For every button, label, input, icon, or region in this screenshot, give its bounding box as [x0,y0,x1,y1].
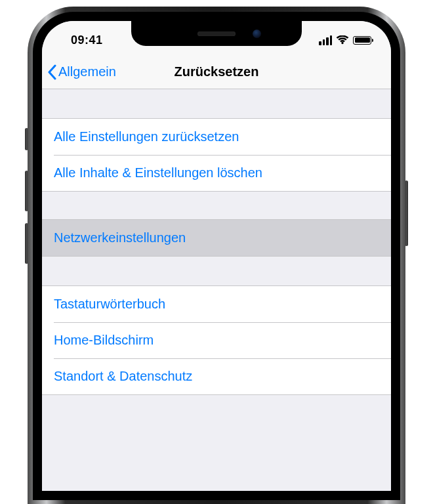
back-button[interactable]: Allgemein [47,64,116,80]
list-item-label: Home-Bildschirm [54,333,154,347]
status-time: 09:41 [60,30,103,47]
navbar: Allgemein Zurücksetzen [42,55,391,89]
device-frame: 09:41 [28,7,405,504]
reset-network-settings-row[interactable]: Netzwerkeinstellungen [42,220,391,256]
list-item-label: Netzwerkeinstellungen [54,230,186,245]
erase-all-content-row[interactable]: Alle Inhalte & Einstellungen löschen [42,155,391,191]
status-icons [319,32,373,45]
front-camera [253,30,261,38]
back-label: Allgemein [58,64,116,79]
list-group-3: Tastaturwörterbuch Home-Bildschirm Stand… [42,285,391,395]
reset-location-privacy-row[interactable]: Standort & Datenschutz [42,358,391,394]
reset-keyboard-dictionary-row[interactable]: Tastaturwörterbuch [42,286,391,322]
notch [131,21,302,46]
list-item-label: Tastaturwörterbuch [54,297,165,311]
speaker-grille [197,32,236,36]
list-item-label: Standort & Datenschutz [54,369,192,383]
screen: 09:41 [42,21,391,491]
chevron-left-icon [47,64,56,80]
cellular-icon [319,35,332,45]
content: Alle Einstellungen zurücksetzen Alle Inh… [42,89,391,395]
list-group-2: Netzwerkeinstellungen [42,219,391,257]
list-item-label: Alle Einstellungen zurücksetzen [54,129,239,144]
wifi-icon [336,35,349,45]
reset-all-settings-row[interactable]: Alle Einstellungen zurücksetzen [42,119,391,155]
list-item-label: Alle Inhalte & Einstellungen löschen [54,165,262,180]
reset-home-screen-row[interactable]: Home-Bildschirm [42,322,391,358]
list-group-1: Alle Einstellungen zurücksetzen Alle Inh… [42,118,391,192]
battery-icon [353,36,371,45]
